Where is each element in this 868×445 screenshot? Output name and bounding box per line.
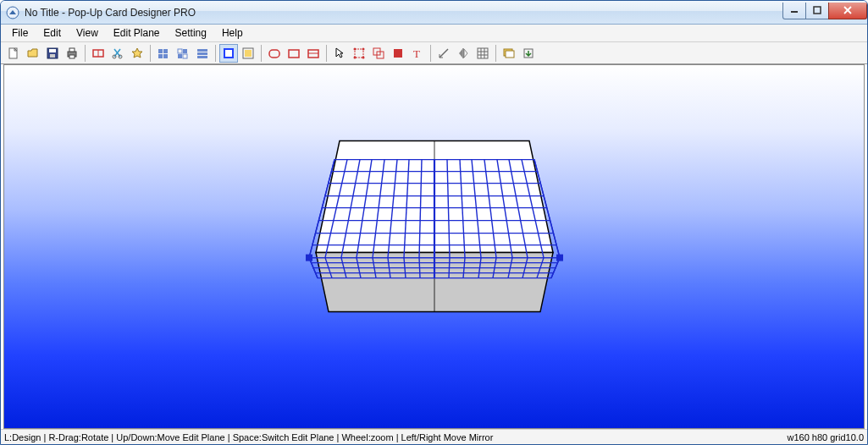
- group-icon[interactable]: [369, 44, 388, 63]
- menu-edit[interactable]: Edit: [36, 25, 69, 41]
- svg-rect-10: [69, 48, 75, 52]
- svg-rect-56: [506, 51, 514, 58]
- canvas-area: [3, 64, 865, 429]
- svg-rect-8: [50, 54, 55, 58]
- svg-rect-19: [163, 49, 168, 53]
- menu-edit-plane[interactable]: Edit Plane: [106, 25, 168, 41]
- shape-rounded-icon[interactable]: [265, 44, 284, 63]
- svg-rect-18: [158, 49, 163, 53]
- svg-rect-34: [289, 50, 299, 58]
- svg-point-38: [354, 47, 357, 50]
- svg-line-46: [440, 49, 448, 58]
- grid-block2-icon[interactable]: [174, 44, 192, 63]
- svg-line-100: [449, 257, 450, 277]
- close-button[interactable]: [828, 3, 867, 19]
- svg-rect-27: [197, 52, 207, 55]
- toolbar-separator: [430, 45, 431, 62]
- toolbar-separator: [326, 45, 327, 62]
- view-3d-icon[interactable]: [219, 44, 238, 63]
- svg-line-98: [419, 257, 420, 277]
- menu-view[interactable]: View: [69, 25, 106, 41]
- status-dimensions: w160 h80 grid10.0: [787, 432, 864, 442]
- app-window: No Title - Pop-Up Card Designer PRO File…: [0, 0, 868, 445]
- shape-rect-icon[interactable]: [285, 44, 303, 63]
- titlebar[interactable]: No Title - Pop-Up Card Designer PRO: [1, 1, 867, 25]
- svg-rect-37: [355, 49, 363, 58]
- design-canvas[interactable]: [4, 65, 864, 428]
- svg-rect-2: [814, 7, 821, 14]
- statusbar: L:Design | R-Drag:Rotate | Up/Down:Move …: [1, 429, 867, 444]
- mirror-icon[interactable]: [454, 44, 473, 63]
- popup-card-preview: [299, 134, 570, 328]
- favorite-icon[interactable]: [128, 44, 147, 63]
- svg-point-40: [354, 56, 357, 58]
- shape-panel-icon[interactable]: [304, 44, 323, 63]
- toolbar-separator: [215, 45, 216, 62]
- export-icon[interactable]: [519, 44, 538, 63]
- toolbar-separator: [261, 45, 262, 62]
- toolbar-separator: [150, 45, 151, 62]
- svg-rect-11: [69, 55, 75, 58]
- svg-point-39: [362, 47, 365, 50]
- svg-rect-44: [394, 49, 402, 58]
- svg-rect-50: [478, 48, 488, 58]
- open-file-icon[interactable]: [24, 44, 42, 63]
- text-tool-icon[interactable]: T: [408, 44, 427, 63]
- svg-text:T: T: [413, 47, 420, 60]
- svg-rect-28: [197, 56, 207, 58]
- svg-rect-32: [245, 50, 252, 57]
- toolbar: T: [1, 42, 867, 64]
- svg-rect-21: [163, 54, 168, 58]
- toolbar-separator: [85, 45, 86, 62]
- grid-strip-icon[interactable]: [193, 44, 212, 63]
- menu-file[interactable]: File: [4, 25, 36, 41]
- status-help-text: L:Design | R-Drag:Rotate | Up/Down:Move …: [4, 432, 787, 442]
- svg-point-41: [362, 56, 365, 58]
- svg-rect-33: [269, 50, 279, 58]
- svg-rect-109: [556, 254, 563, 261]
- measure-icon[interactable]: [434, 44, 453, 63]
- app-icon: [6, 6, 19, 19]
- svg-rect-26: [197, 49, 207, 52]
- selection-tool-icon[interactable]: [350, 44, 368, 63]
- svg-rect-25: [183, 54, 187, 58]
- new-file-icon[interactable]: [4, 44, 23, 63]
- view-flat-icon[interactable]: [239, 44, 257, 63]
- save-icon[interactable]: [43, 44, 62, 63]
- print-icon[interactable]: [63, 44, 81, 63]
- select-icon[interactable]: [330, 44, 349, 63]
- toolbar-separator: [495, 45, 496, 62]
- cut-icon[interactable]: [108, 44, 127, 63]
- layers-icon[interactable]: [500, 44, 518, 63]
- grid-block-icon[interactable]: [154, 44, 173, 63]
- svg-rect-23: [183, 49, 187, 53]
- card-outline-icon[interactable]: [89, 44, 108, 63]
- grid-settings-icon[interactable]: [473, 44, 492, 63]
- svg-rect-22: [178, 49, 182, 53]
- svg-rect-20: [158, 54, 163, 58]
- svg-rect-7: [49, 49, 56, 52]
- red-panel-icon[interactable]: [389, 44, 407, 63]
- minimize-button[interactable]: [782, 3, 806, 19]
- svg-rect-30: [225, 50, 232, 57]
- window-title: No Title - Pop-Up Card Designer PRO: [25, 7, 783, 19]
- svg-rect-24: [178, 54, 182, 58]
- window-buttons: [783, 3, 867, 19]
- maximize-button[interactable]: [805, 3, 829, 19]
- svg-rect-108: [306, 254, 312, 261]
- menu-help[interactable]: Help: [214, 25, 251, 41]
- menu-setting[interactable]: Setting: [168, 25, 214, 41]
- menubar: File Edit View Edit Plane Setting Help: [1, 25, 867, 42]
